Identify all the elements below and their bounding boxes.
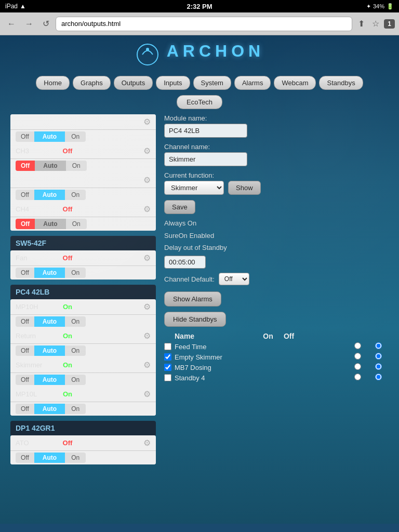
skimmer-auto-btn[interactable]: Auto — [34, 375, 65, 385]
function-row: Skimmer Always On Return Pump Show — [164, 181, 389, 195]
unnamed-on-btn[interactable]: On — [65, 131, 86, 142]
nav-home[interactable]: Home — [36, 76, 70, 90]
emptyskimmer-on-cell — [347, 353, 368, 361]
mb7dosing-on-radio[interactable] — [354, 363, 361, 370]
ch3-off-btn[interactable]: Off — [16, 161, 35, 171]
fan-gear-icon[interactable]: ⚙ — [143, 253, 151, 263]
unnamed-auto-btn[interactable]: Auto — [34, 131, 65, 142]
feedtime-on-cell — [347, 342, 368, 351]
function-select[interactable]: Skimmer Always On Return Pump — [164, 181, 224, 195]
url-bar[interactable] — [56, 17, 352, 31]
nav-system[interactable]: System — [193, 76, 231, 90]
ch4-off-btn[interactable]: Off — [16, 219, 35, 229]
ato-toggle-row: Off Auto On — [10, 450, 156, 464]
return-off-btn[interactable]: Off — [16, 345, 34, 356]
skimmer-status: On — [52, 361, 83, 369]
ecotech-button[interactable]: EcoTech — [177, 95, 222, 109]
time-display: 2:32 PM — [187, 3, 212, 10]
fan-on-btn[interactable]: On — [65, 268, 86, 278]
mp10h-off-btn[interactable]: Off — [16, 316, 34, 327]
mp10l-off-btn[interactable]: Off — [16, 404, 34, 414]
emptyskimmer-checkbox[interactable] — [164, 353, 171, 361]
ch4-auto-btn[interactable]: Auto — [35, 219, 65, 229]
tab-count[interactable]: 1 — [384, 19, 395, 29]
mb7dosing-checkbox[interactable] — [164, 364, 171, 371]
back-button[interactable]: ← — [4, 17, 19, 31]
feedtime-on-radio[interactable] — [354, 342, 361, 349]
delay-standby-text: Delay out of Standby — [164, 242, 389, 254]
ch4-toggle-row: Off Auto On — [10, 217, 156, 231]
channel-name-input[interactable] — [164, 152, 247, 166]
feedtime-off-radio[interactable] — [375, 342, 382, 349]
emptyskimmer-on-radio[interactable] — [354, 353, 361, 360]
standby4-off-radio[interactable] — [375, 374, 382, 380]
fan-auto-btn[interactable]: Auto — [34, 268, 65, 278]
channel-name-label: Channel name: — [164, 143, 389, 151]
ch3-auto-btn[interactable]: Auto — [35, 161, 65, 171]
wifi-icon: ▲ — [20, 3, 26, 10]
unnamed2-auto-btn[interactable]: Auto — [34, 190, 65, 200]
status-bar: iPad ▲ 2:32 PM ✦ 34% 🔋 — [0, 0, 399, 12]
skimmer-toggle-row: Off Auto On — [10, 373, 156, 387]
unnamed-ch2-gear-icon[interactable]: ⚙ — [143, 175, 151, 185]
skimmer-on-btn[interactable]: On — [65, 375, 86, 385]
emptyskimmer-off-radio[interactable] — [375, 353, 382, 360]
feedtime-checkbox[interactable] — [164, 343, 171, 350]
standby4-checkbox[interactable] — [164, 374, 171, 381]
mb7dosing-off-radio[interactable] — [375, 363, 382, 370]
unnamed2-toggle-row: Off Auto On — [10, 188, 156, 202]
delay-time-input[interactable] — [164, 256, 206, 269]
standby-row-mb7dosing: MB7 Dosing — [164, 363, 389, 371]
ch3-on-btn[interactable]: On — [66, 161, 87, 171]
nav-alarms[interactable]: Alarms — [234, 76, 271, 90]
ch3-gear-icon[interactable]: ⚙ — [143, 146, 151, 156]
ato-auto-btn[interactable]: Auto — [34, 453, 65, 463]
save-button[interactable]: Save — [164, 200, 195, 214]
refresh-button[interactable]: ↺ — [39, 17, 52, 31]
mp10h-status: On — [52, 303, 83, 311]
unnamed-off-btn[interactable]: Off — [16, 131, 34, 142]
archon-logo-icon — [135, 42, 161, 68]
share-icon-button[interactable]: ⬆ — [355, 18, 367, 30]
default-select[interactable]: Off On Auto — [219, 273, 249, 285]
return-row: Return On ⚙ — [10, 328, 156, 343]
right-panel: Module name: Channel name: Current funct… — [164, 114, 389, 384]
hide-standbys-button[interactable]: Hide Standbys — [164, 312, 226, 327]
skimmer-gear-icon[interactable]: ⚙ — [143, 360, 151, 370]
standby-row-feedtime: Feed Time — [164, 342, 389, 351]
nav-graphs[interactable]: Graphs — [73, 76, 111, 90]
return-auto-btn[interactable]: Auto — [34, 345, 65, 356]
ato-status: Off — [52, 439, 83, 447]
unnamed-gear-icon[interactable]: ⚙ — [143, 117, 151, 127]
fan-off-btn[interactable]: Off — [16, 268, 34, 278]
nav-standbys[interactable]: Standbys — [319, 76, 363, 90]
ato-gear-icon[interactable]: ⚙ — [143, 438, 151, 448]
module-name-input[interactable] — [164, 124, 247, 138]
mp10h-auto-btn[interactable]: Auto — [34, 316, 65, 327]
ch4-gear-icon[interactable]: ⚙ — [143, 204, 151, 214]
mp10l-auto-btn[interactable]: Auto — [34, 404, 65, 414]
unnamed2-off-btn[interactable]: Off — [16, 190, 34, 200]
nav-webcam[interactable]: Webcam — [274, 76, 316, 90]
ch4-on-btn[interactable]: On — [66, 219, 87, 229]
show-button[interactable]: Show — [228, 181, 261, 195]
nav-inputs[interactable]: Inputs — [156, 76, 190, 90]
channel-default-label: Channel Default: — [164, 273, 215, 285]
skimmer-off-btn[interactable]: Off — [16, 375, 34, 385]
mp10h-on-btn[interactable]: On — [65, 316, 86, 327]
forward-button[interactable]: → — [22, 17, 36, 31]
unnamed2-on-btn[interactable]: On — [65, 190, 86, 200]
return-gear-icon[interactable]: ⚙ — [143, 331, 151, 341]
fan-status: Off — [52, 254, 83, 262]
standby4-on-radio[interactable] — [354, 374, 361, 380]
show-alarms-button[interactable]: Show Alarms — [164, 291, 221, 307]
mp10l-on-btn[interactable]: On — [65, 404, 86, 414]
ato-off-btn[interactable]: Off — [16, 453, 34, 463]
bookmark-icon-button[interactable]: ☆ — [369, 18, 382, 30]
return-on-btn[interactable]: On — [65, 345, 86, 356]
mp10h-gear-icon[interactable]: ⚙ — [143, 302, 151, 312]
nav-outputs[interactable]: Outputs — [114, 76, 153, 90]
ch3-row: CH3 Off ⚙ — [10, 143, 156, 158]
ato-on-btn[interactable]: On — [65, 453, 86, 463]
mp10l-gear-icon[interactable]: ⚙ — [143, 389, 151, 399]
